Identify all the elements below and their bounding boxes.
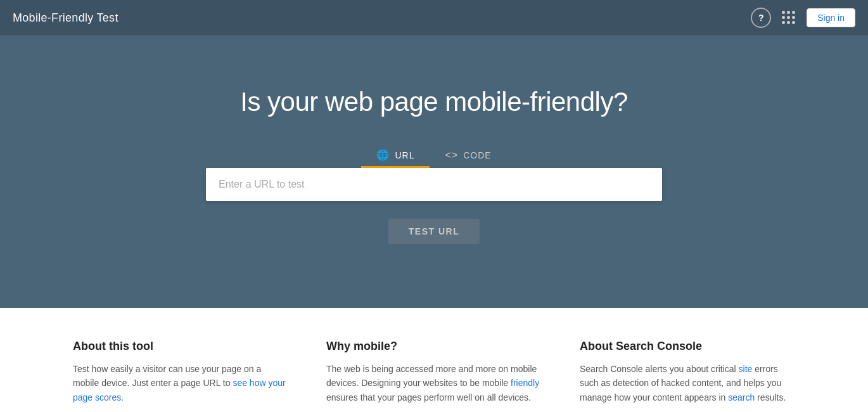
hero-title: Is your web page mobile-friendly? (240, 87, 628, 117)
tab-code[interactable]: <> CODE (430, 143, 506, 168)
tab-url-label: URL (395, 150, 414, 160)
about-console-body: Search Console alerts you about critical… (580, 362, 795, 404)
code-icon: <> (445, 150, 458, 161)
hero-section: Is your web page mobile-friendly? 🌐 URL … (0, 35, 868, 308)
about-console-column: About Search Console Search Console aler… (580, 340, 795, 412)
friendly-link[interactable]: friendly (511, 378, 539, 388)
about-tool-heading: About this tool (73, 340, 288, 353)
app-title: Mobile-Friendly Test (13, 11, 118, 25)
grid-dots-icon (782, 11, 796, 25)
apps-grid-button[interactable] (779, 8, 799, 28)
search-results-link[interactable]: search (728, 392, 755, 402)
url-input-area (206, 168, 662, 201)
help-button[interactable]: ? (751, 8, 771, 28)
see-page-scores-link[interactable]: see how your page scores. (73, 378, 286, 402)
why-mobile-heading: Why mobile? (326, 340, 542, 353)
header-actions: ? Sign in (751, 8, 855, 28)
help-icon: ? (758, 13, 764, 23)
header: Mobile-Friendly Test ? Sign in (0, 0, 868, 35)
about-tool-body: Test how easily a visitor can use your p… (73, 362, 288, 404)
site-link[interactable]: site (739, 364, 753, 374)
globe-icon: 🌐 (376, 149, 390, 161)
tab-code-label: CODE (463, 150, 491, 160)
info-section: About this tool Test how easily a visito… (0, 308, 868, 412)
tab-url[interactable]: 🌐 URL (361, 143, 430, 168)
test-url-button[interactable]: TEST URL (388, 219, 480, 244)
why-mobile-body: The web is being accessed more and more … (326, 362, 542, 404)
input-tabs: 🌐 URL <> CODE (361, 143, 506, 168)
sign-in-button[interactable]: Sign in (807, 8, 855, 27)
about-tool-column: About this tool Test how easily a visito… (73, 340, 288, 412)
about-console-heading: About Search Console (580, 340, 795, 353)
url-input[interactable] (206, 168, 662, 201)
why-mobile-column: Why mobile? The web is being accessed mo… (326, 340, 542, 412)
